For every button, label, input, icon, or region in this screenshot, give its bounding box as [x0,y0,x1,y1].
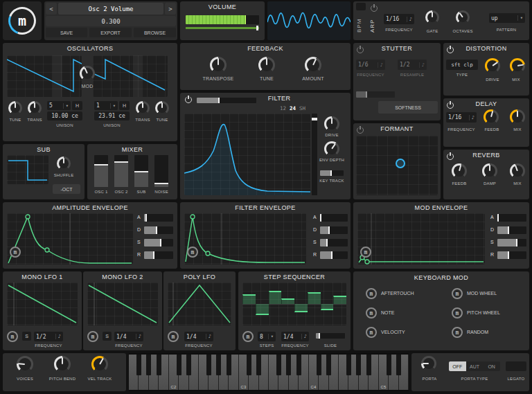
delay-frequency-selector[interactable]: 1/16 ♪ [446,112,477,123]
voices-knob[interactable] [17,356,33,373]
slide-slider[interactable] [316,333,345,339]
piano-key-black[interactable] [256,355,261,375]
porta-type-aut[interactable]: AUT [466,361,484,371]
osc1-waveform-display[interactable] [7,55,82,97]
poly-lfo-waveform-display[interactable] [168,283,231,325]
caret-icon[interactable]: ▾ [63,103,69,109]
filter-env-depth-knob[interactable] [324,141,339,156]
piano-key-black[interactable] [326,355,331,375]
stutter-softness-button[interactable]: SOFTNESS [378,101,438,114]
mod-env-release-slider[interactable] [497,251,526,259]
step-bar[interactable] [294,304,308,312]
note-icon[interactable]: ♪ [407,17,412,22]
bpm-display[interactable] [356,3,366,10]
filter-env-display[interactable] [184,213,306,265]
note-icon[interactable]: ♪ [55,334,61,339]
arp-pattern-selector[interactable]: up ▾ [489,13,525,23]
browse-button[interactable]: BROWSE [134,28,176,37]
step-bar[interactable] [321,304,334,310]
volume-slider[interactable] [186,27,259,29]
filter-response-display[interactable] [184,114,310,195]
distortion-type-selector[interactable]: sft clp [446,60,478,70]
vel-track-knob[interactable] [91,356,108,373]
stutter-frequency-selector[interactable]: 1/6 ♪ [356,60,385,70]
piano-key-black[interactable] [216,355,221,375]
piano-key-black[interactable] [227,355,231,375]
arp-gate-knob[interactable] [425,10,439,24]
step-sequencer-mod-source-icon[interactable]: m [242,331,254,342]
caret-icon[interactable]: ▾ [268,334,274,339]
filter-key-track-slider[interactable] [320,170,344,176]
osc1-trans-knob[interactable] [28,101,42,115]
save-button[interactable]: SAVE [46,28,87,37]
note-icon[interactable]: ♪ [469,115,475,120]
amp-env-decay-slider[interactable] [144,226,173,234]
filter-env-release-slider[interactable] [320,251,348,259]
legato-toggle[interactable] [506,361,526,371]
lfo2-frequency-selector[interactable]: 1/4 ♪ [114,332,143,341]
reverb-damp-knob[interactable] [482,163,497,179]
filter-env-decay-slider[interactable] [320,226,348,234]
mod-wheel-mod-source-icon[interactable]: m [452,288,463,299]
step-count-selector[interactable]: 8 ▾ [258,332,276,341]
arp-frequency-selector[interactable]: 1/16 ♪ [384,14,414,24]
caret-icon[interactable]: ▾ [110,103,116,109]
piano-key-black[interactable] [247,355,251,375]
feedback-amount-knob[interactable] [305,57,321,73]
distortion-mix-knob[interactable] [510,58,525,73]
osc-mod-knob[interactable] [80,66,95,81]
lfo1-frequency-selector[interactable]: 1/2 ♪ [34,332,63,341]
random-mod-source-icon[interactable]: m [452,327,463,338]
osc1-tune-knob[interactable] [8,101,22,115]
mixer-sub-slider[interactable] [134,155,148,187]
osc2-harmonize-button[interactable]: H [119,101,130,110]
sub-waveform-display[interactable] [7,155,48,184]
mixer-noise-slider[interactable] [154,155,168,187]
osc2-unison-voices-selector[interactable]: 1 ▾ [94,101,118,110]
lfo1-mod-source-icon[interactable]: m [7,331,18,342]
piano-key-black[interactable] [157,355,161,375]
note-icon[interactable]: ♪ [136,334,141,339]
mod-env-attack-slider[interactable] [497,214,526,222]
step-frequency-selector[interactable]: 1/4 ♪ [281,332,309,341]
osc1-unison-voices-selector[interactable]: 5 ▾ [47,101,71,110]
mixer-osc2-slider[interactable] [114,155,128,187]
arp-power-icon[interactable] [370,4,378,12]
piano-key-black[interactable] [177,355,181,375]
step-sequencer-display[interactable] [242,283,346,325]
piano-key-black[interactable] [186,355,191,375]
pitch-bend-knob[interactable] [54,356,71,373]
filter-env-mod-source-icon[interactable]: m [187,247,198,258]
amp-env-mod-source-icon[interactable]: m [10,247,21,258]
distortion-drive-knob[interactable] [485,58,500,73]
poly-lfo-frequency-selector[interactable]: 1/4 ♪ [184,332,213,341]
arp-octaves-knob[interactable] [456,10,470,24]
osc1-unison-detune-value[interactable]: 10.00 ce [47,111,82,120]
filter-12db-button[interactable]: 12 [280,105,286,111]
porta-knob[interactable] [421,356,436,371]
piano-key-black[interactable] [396,355,401,375]
piano-key-black[interactable] [136,355,141,375]
piano-key-black[interactable] [387,355,391,375]
lfo2-sync-button[interactable]: S [103,332,112,341]
lfo1-waveform-display[interactable] [7,283,78,325]
note-icon[interactable]: ♪ [301,334,307,339]
patch-prev-button[interactable]: < [46,3,57,15]
amp-env-sustain-slider[interactable] [144,239,173,247]
note-mod-source-icon[interactable]: m [366,307,377,319]
feedback-transpose-knob[interactable] [210,57,227,73]
volume-meter[interactable] [186,15,259,24]
feedback-tune-knob[interactable] [258,57,275,73]
note-icon[interactable]: ♪ [419,62,425,68]
filter-resonance-slider[interactable] [312,114,317,195]
step-bar[interactable] [256,304,269,315]
mod-env-mod-source-icon[interactable]: m [360,247,371,258]
mod-env-display[interactable] [357,213,485,265]
filter-env-attack-slider[interactable] [320,214,348,222]
lfo2-mod-source-icon[interactable]: m [87,331,98,342]
velocity-mod-source-icon[interactable]: m [366,327,377,338]
piano-keyboard[interactable]: C2C3C4C5 [129,353,409,391]
piano-key-black[interactable] [286,355,291,375]
piano-key-black[interactable] [356,355,361,375]
step-bar[interactable] [281,298,294,304]
